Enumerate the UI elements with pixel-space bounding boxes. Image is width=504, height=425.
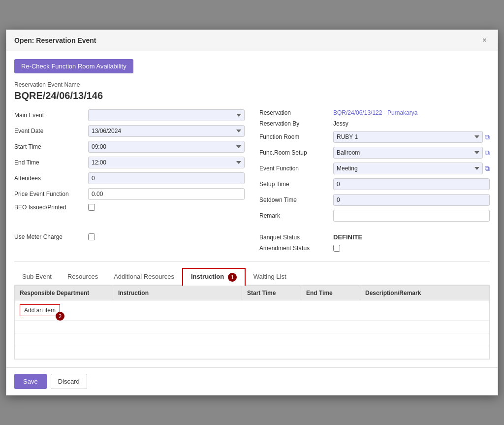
bottom-form-section: Use Meter Charge Banquet Status DEFINITE… [14, 233, 490, 256]
add-item-link[interactable]: Add an item 2 [20, 304, 60, 316]
empty-row-1 [15, 321, 489, 333]
event-name-value: BQRE/24/06/13/146 [14, 90, 490, 101]
end-time-row: End Time 12:00 [14, 157, 245, 168]
col-description: Description/Remark [360, 286, 489, 300]
tab-additional-resources[interactable]: Additional Resources [106, 268, 182, 285]
tab-instruction[interactable]: Instruction 1 [182, 268, 246, 286]
use-meter-checkbox[interactable] [88, 233, 95, 240]
setdown-time-row: Setdown Time [259, 194, 490, 206]
main-event-select[interactable] [88, 109, 245, 121]
func-room-setup-select[interactable]: Ballroom [333, 147, 483, 159]
function-room-row: Function Room RUBY 1 ⧉ [259, 131, 490, 143]
close-button[interactable]: × [479, 35, 490, 46]
discard-button[interactable]: Discard [51, 374, 87, 389]
use-meter-row: Use Meter Charge [14, 233, 245, 240]
reservation-value[interactable]: BQR/24/06/13/122 - Purnakarya [333, 109, 490, 116]
add-item-row: Add an item 2 [15, 300, 489, 321]
setdown-time-label: Setdown Time [259, 196, 333, 203]
event-function-label: Event Function [259, 165, 333, 172]
modal-title: Open: Reservation Event [14, 36, 96, 44]
attendees-row: Attendees [14, 172, 245, 184]
end-time-label: End Time [14, 159, 88, 166]
save-button[interactable]: Save [14, 374, 47, 389]
price-input[interactable] [88, 188, 245, 200]
func-room-setup-external-icon[interactable]: ⧉ [485, 149, 490, 157]
price-row: Price Event Function [14, 188, 245, 200]
col-instruction: Instruction [113, 286, 242, 300]
banquet-section: Banquet Status DEFINITE Amendment Status [259, 233, 490, 256]
col-end-time: End Time [301, 286, 360, 300]
event-function-control: Meeting ⧉ [333, 163, 490, 174]
tab-waiting-list[interactable]: Waiting List [246, 268, 294, 285]
amendment-status-row: Amendment Status [259, 245, 490, 252]
empty-row-3 [15, 346, 489, 359]
event-function-external-icon[interactable]: ⧉ [485, 164, 490, 173]
use-meter-section: Use Meter Charge [14, 233, 245, 256]
function-room-select[interactable]: RUBY 1 [333, 131, 483, 143]
beo-label: BEO Issued/Printed [14, 204, 88, 211]
reservation-label: Reservation [259, 109, 333, 116]
banquet-status-row: Banquet Status DEFINITE [259, 233, 490, 241]
setup-time-row: Setup Time [259, 178, 490, 190]
modal-footer: Save Discard [6, 367, 498, 395]
use-meter-label: Use Meter Charge [14, 233, 88, 240]
banquet-status-label: Banquet Status [259, 234, 333, 241]
func-room-setup-control: Ballroom ⧉ [333, 147, 490, 159]
beo-row: BEO Issued/Printed [14, 204, 245, 211]
setup-time-input[interactable] [333, 178, 490, 190]
instruction-tab-badge: 1 [228, 273, 237, 282]
start-time-label: Start Time [14, 143, 88, 150]
divider [14, 262, 490, 262]
beo-checkbox[interactable] [88, 204, 95, 211]
event-date-select[interactable]: 13/06/2024 [88, 125, 245, 137]
banquet-status-value: DEFINITE [333, 233, 362, 241]
event-name-label: Reservation Event Name [14, 81, 490, 88]
col-start-time: Start Time [242, 286, 301, 300]
start-time-row: Start Time 09:00 [14, 141, 245, 153]
attendees-input[interactable] [88, 172, 245, 184]
event-function-row: Event Function Meeting ⧉ [259, 163, 490, 174]
reservation-by-label: Reservation By [259, 120, 333, 127]
func-room-setup-row: Func.Room Setup Ballroom ⧉ [259, 147, 490, 159]
remark-label: Remark [259, 212, 333, 219]
reservation-row: Reservation BQR/24/06/13/122 - Purnakary… [259, 109, 490, 116]
empty-row-2 [15, 333, 489, 346]
form-section: Main Event Event Date 13/06/2024 Start T… [14, 109, 490, 226]
tab-sub-event[interactable]: Sub Event [14, 268, 60, 285]
main-event-label: Main Event [14, 112, 88, 119]
instruction-table: Responsible Department Instruction Start… [14, 286, 490, 360]
event-date-label: Event Date [14, 128, 88, 134]
attendees-label: Attendees [14, 175, 88, 182]
setup-time-label: Setup Time [259, 181, 333, 188]
form-right: Reservation BQR/24/06/13/122 - Purnakary… [259, 109, 490, 226]
modal: Open: Reservation Event × Re-Check Funct… [6, 30, 498, 395]
function-room-label: Function Room [259, 133, 333, 140]
remark-input[interactable] [333, 210, 490, 222]
end-time-select[interactable]: 12:00 [88, 157, 245, 168]
modal-header: Open: Reservation Event × [6, 30, 498, 51]
add-item-badge: 2 [56, 312, 64, 321]
table-body: Add an item 2 [15, 300, 489, 359]
price-label: Price Event Function [14, 191, 88, 197]
reservation-by-value: Jessy [333, 120, 407, 127]
remark-row: Remark [259, 210, 490, 222]
table-header: Responsible Department Instruction Start… [15, 286, 489, 300]
amendment-status-label: Amendment Status [259, 245, 333, 252]
event-function-select[interactable]: Meeting [333, 163, 483, 174]
function-room-control: RUBY 1 ⧉ [333, 131, 490, 143]
form-left: Main Event Event Date 13/06/2024 Start T… [14, 109, 245, 226]
reservation-by-row: Reservation By Jessy [259, 120, 490, 127]
event-date-row: Event Date 13/06/2024 [14, 125, 245, 137]
amendment-status-checkbox[interactable] [333, 245, 340, 252]
col-responsible-dept: Responsible Department [15, 286, 113, 300]
tab-resources[interactable]: Resources [60, 268, 106, 285]
setdown-time-input[interactable] [333, 194, 490, 206]
func-room-setup-label: Func.Room Setup [259, 149, 333, 156]
modal-body: Re-Check Function Room Availability Rese… [6, 51, 498, 367]
recheck-button[interactable]: Re-Check Function Room Availability [14, 59, 133, 73]
tabs-container: Sub Event Resources Additional Resources… [14, 268, 490, 286]
start-time-select[interactable]: 09:00 [88, 141, 245, 153]
main-event-row: Main Event [14, 109, 245, 121]
function-room-external-icon[interactable]: ⧉ [485, 133, 490, 141]
